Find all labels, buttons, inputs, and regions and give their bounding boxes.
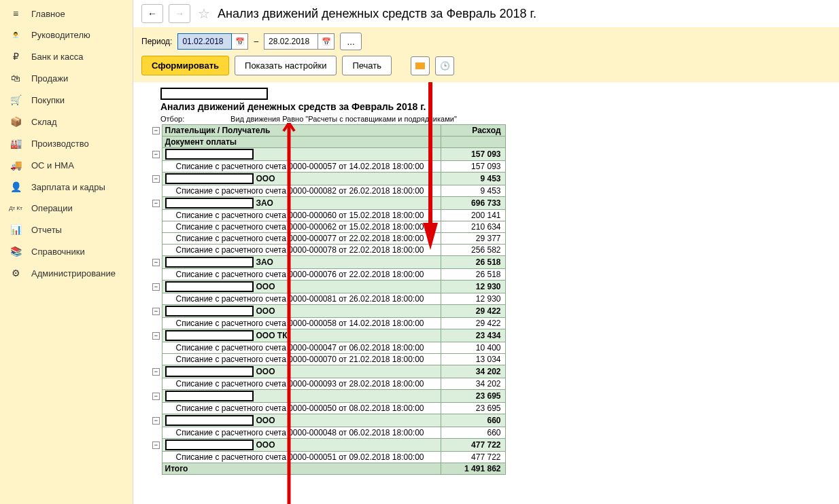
group-name: ООО xyxy=(162,414,441,427)
period-more-button[interactable]: ... xyxy=(340,33,362,50)
doc-value: 210 634 xyxy=(441,221,505,233)
sidebar-label: Справочники xyxy=(31,247,85,257)
collapse-icon[interactable]: − xyxy=(152,332,160,340)
sidebar-icon: ₽ xyxy=(8,51,23,62)
doc-desc: Списание с расчетного счета 0000-000058 … xyxy=(162,318,441,329)
sidebar-item-11[interactable]: 📚Справочники xyxy=(0,240,133,262)
sidebar-label: Руководителю xyxy=(31,30,90,40)
show-settings-button[interactable]: Показать настройки xyxy=(235,56,337,75)
sidebar-icon: 🚚 xyxy=(8,160,23,170)
col-header-expense: Расход xyxy=(441,125,505,137)
filter-row: Отбор: Вид движения Равно "Расчеты с пос… xyxy=(160,115,839,123)
group-value: 34 202 xyxy=(441,365,505,378)
period-bar: Период: 📅 – 📅 ... xyxy=(133,27,839,56)
collapse-icon[interactable]: − xyxy=(152,442,160,449)
sidebar-label: Продажи xyxy=(31,73,68,84)
table-row: Списание с расчетного счета 0000-000060 … xyxy=(152,210,505,221)
table-row: Списание с расчетного счета 0000-000070 … xyxy=(152,354,505,365)
sidebar-item-12[interactable]: ⚙Администрирование xyxy=(0,262,133,284)
period-dash: – xyxy=(254,37,258,46)
clock-icon: 🕒 xyxy=(440,61,450,71)
generate-button[interactable]: Сформировать xyxy=(141,56,229,75)
collapse-icon[interactable]: − xyxy=(152,393,160,400)
sidebar-label: Производство xyxy=(31,139,89,149)
sidebar-icon: 👨‍💼 xyxy=(8,33,23,38)
nav-back-button[interactable]: ← xyxy=(141,4,163,23)
nav-forward-button[interactable]: → xyxy=(169,4,190,23)
sidebar-item-4[interactable]: 🛒Покупки xyxy=(0,89,133,111)
table-row: −ЗАО26 518 xyxy=(152,256,505,269)
sidebar-item-6[interactable]: 🏭Производство xyxy=(0,132,133,154)
schedule-button[interactable]: 🕒 xyxy=(435,56,454,75)
table-row: Списание с расчетного счета 0000-000057 … xyxy=(152,161,505,173)
collapse-icon[interactable]: − xyxy=(152,368,160,376)
table-row: −Плательщик / ПолучательРасход xyxy=(152,125,505,137)
sidebar-label: Покупки xyxy=(31,95,65,105)
doc-desc: Списание с расчетного счета 0000-000077 … xyxy=(162,233,441,245)
sidebar-label: Администрирование xyxy=(31,268,116,278)
table-row: Документ оплаты xyxy=(152,137,505,148)
period-from-calendar-icon[interactable]: 📅 xyxy=(232,33,248,50)
group-name: ООО ТК xyxy=(162,329,441,342)
sidebar-icon: ⚙ xyxy=(8,268,23,278)
favorite-star-icon[interactable]: ☆ xyxy=(196,5,212,22)
table-row: −ООО ТК23 434 xyxy=(152,329,505,342)
period-to-calendar-icon[interactable]: 📅 xyxy=(318,33,335,50)
table-row: −ООО12 930 xyxy=(152,281,505,293)
sidebar-label: Склад xyxy=(31,117,57,127)
top-row: ← → ☆ Анализ движений денежных средств з… xyxy=(133,0,839,27)
group-name: ЗАО xyxy=(162,197,441,210)
group-value: 9 453 xyxy=(441,173,505,185)
sidebar-item-8[interactable]: 👤Зарплата и кадры xyxy=(0,176,133,198)
group-value: 26 518 xyxy=(441,256,505,269)
sidebar-item-7[interactable]: 🚚ОС и НМА xyxy=(0,154,133,176)
group-name: ЗАО xyxy=(162,256,441,269)
collapse-icon[interactable]: − xyxy=(152,308,160,315)
sidebar-item-10[interactable]: 📊Отчеты xyxy=(0,219,133,240)
table-row: Списание с расчетного счета 0000-000050 … xyxy=(152,403,505,414)
collapse-icon[interactable]: − xyxy=(152,127,160,134)
table-row: Списание с расчетного счета 0000-000077 … xyxy=(152,233,505,245)
sidebar-item-5[interactable]: 📦Склад xyxy=(0,111,133,132)
table-row: Списание с расчетного счета 0000-000078 … xyxy=(152,245,505,256)
doc-value: 477 722 xyxy=(441,452,505,463)
sidebar-item-9[interactable]: Дт КтОперации xyxy=(0,198,133,219)
redacted-box xyxy=(160,88,268,100)
collapse-icon[interactable]: − xyxy=(152,175,160,183)
table-row: Списание с расчетного счета 0000-000051 … xyxy=(152,452,505,463)
doc-value: 26 518 xyxy=(441,269,505,281)
sidebar-item-0[interactable]: ≡Главное xyxy=(0,3,133,24)
sidebar-item-1[interactable]: 👨‍💼Руководителю xyxy=(0,24,133,46)
collapse-icon[interactable]: − xyxy=(152,417,160,425)
sidebar-label: Банк и касса xyxy=(31,52,84,62)
collapse-icon[interactable]: − xyxy=(152,259,160,266)
collapse-icon[interactable]: − xyxy=(152,151,160,158)
sidebar-label: Операции xyxy=(31,203,73,213)
print-button[interactable]: Печать xyxy=(342,56,392,75)
table-row: −ООО29 422 xyxy=(152,305,505,318)
sidebar-icon: 🛍 xyxy=(8,73,23,84)
collapse-icon[interactable]: − xyxy=(152,283,160,291)
table-row: −ООО477 722 xyxy=(152,439,505,452)
doc-value: 29 377 xyxy=(441,233,505,245)
sidebar-label: ОС и НМА xyxy=(31,160,74,170)
doc-desc: Списание с расчетного счета 0000-000048 … xyxy=(162,427,441,439)
group-name xyxy=(162,148,441,161)
sidebar-icon: Дт Кт xyxy=(8,206,23,211)
group-value: 23 695 xyxy=(441,390,505,403)
sidebar-item-2[interactable]: ₽Банк и касса xyxy=(0,46,133,67)
doc-value: 157 093 xyxy=(441,161,505,173)
period-from-input[interactable] xyxy=(177,33,232,50)
group-value: 12 930 xyxy=(441,281,505,293)
email-button[interactable] xyxy=(411,56,430,75)
doc-value: 12 930 xyxy=(441,293,505,305)
period-label: Период: xyxy=(141,37,172,46)
collapse-icon[interactable]: − xyxy=(152,200,160,207)
period-to-input[interactable] xyxy=(264,33,318,50)
table-row: Списание с расчетного счета 0000-000081 … xyxy=(152,293,505,305)
sidebar-item-3[interactable]: 🛍Продажи xyxy=(0,67,133,89)
group-value: 477 722 xyxy=(441,439,505,452)
table-row: −157 093 xyxy=(152,148,505,161)
sidebar-icon: 👤 xyxy=(8,181,23,192)
table-row: −ЗАО696 733 xyxy=(152,197,505,210)
